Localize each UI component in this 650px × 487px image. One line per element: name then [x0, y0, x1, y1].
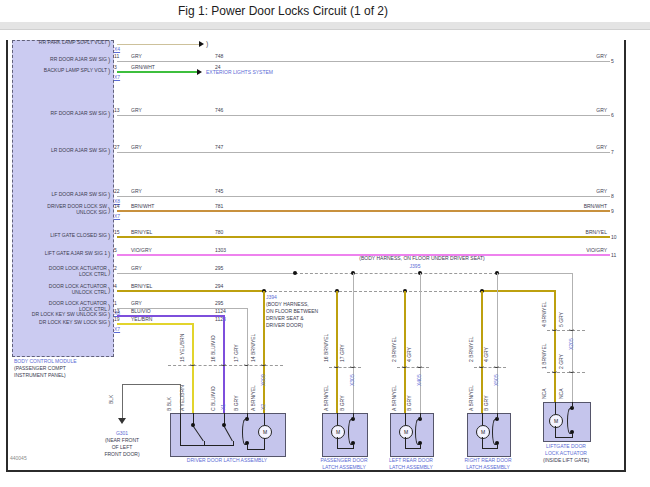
motor-symbol: M [476, 425, 490, 439]
wire-color-label: GRY [131, 53, 142, 59]
motor-symbol: M [549, 414, 563, 428]
circuit-number: 781 [215, 203, 223, 209]
pin-number: 5 [114, 247, 117, 253]
pin-bracket: ) [108, 232, 110, 239]
wire-id-vertical-label: NCA [558, 388, 564, 399]
pin-bracket: ) [108, 206, 110, 213]
harness-note: (BODY HARNESS, ON FLOOR UNDER DRIVER SEA… [332, 255, 512, 261]
wire-id-vertical-label: A BRN/YEL [250, 385, 256, 411]
bcm-pin-label: DOOR LOCK ACTUATORLOCK CTRL [12, 265, 107, 277]
component-box [322, 413, 368, 457]
bcm-pin-label-line: BACKUP LAMP SPLY VOLT [12, 67, 107, 73]
wire-color-label: VIO/GRY [131, 247, 152, 253]
wire-color-label: BRN/YEL [131, 283, 152, 289]
pin-bracket: ) [108, 39, 110, 46]
harness-id: J394 [266, 294, 277, 300]
pin-number: 22 [114, 188, 120, 194]
motor-symbol: M [331, 425, 345, 439]
bcm-connector-id: X4 [114, 46, 120, 52]
wire-h [117, 61, 610, 62]
connector-id-label: X2 [260, 404, 266, 410]
wire-v [337, 437, 338, 448]
switch-arc [492, 419, 498, 445]
component-label-line: DRIVER DOOR LATCH ASSEMBLY [167, 457, 287, 463]
page-ref-number: 6 [611, 112, 614, 118]
circuit-number: 780 [215, 229, 223, 235]
circuit-number: 1124 [215, 308, 226, 314]
pin-bracket: ) [108, 110, 110, 117]
bcm-pin-label-line: RR DOOR AJAR SW SIG [12, 56, 107, 62]
pin-number: 11 [114, 53, 119, 59]
connector-mark-icon [552, 369, 557, 373]
bcm-pin-label: BACKUP LAMP SPLY VOLT [12, 67, 107, 73]
wire-id-vertical-label: 15 YEL/BRN [179, 334, 185, 362]
connector-id-label: X505 [493, 374, 499, 386]
wiring-diagram-page: Fig 1: Power Door Locks Circuit (1 of 2)… [0, 0, 650, 487]
wire-id-vertical-label: 4 GRY [406, 347, 412, 362]
wire-color-label: GRY [131, 188, 142, 194]
wire-color-label: GRN/WHT [131, 64, 155, 70]
wire-v [247, 308, 248, 413]
wire-id-vertical-label: A BRN/YEL [468, 385, 474, 411]
wire-v [353, 273, 354, 413]
connector-id-label: X405 [416, 374, 422, 386]
wire-id-vertical-label: 17 GRY [233, 344, 239, 362]
system-ref-label: EXTERIOR LIGHTS SYSTEM [206, 69, 273, 75]
connector-mark-icon [479, 364, 484, 368]
connector-id-label: X305 [349, 374, 355, 386]
circuit-number: 747 [215, 144, 223, 150]
bcm-pin-label: LR DOOR AJAR SW SIG [12, 147, 107, 153]
ground-symbol-icon [118, 418, 126, 424]
wire-id-vertical-label: 2 GRY [558, 354, 564, 369]
connector-mark-icon [552, 327, 557, 331]
wire-id-vertical-label: 16 BLU/VIO [210, 335, 216, 362]
splice-dot [222, 423, 226, 427]
switch-arc [348, 419, 354, 445]
wire-v [554, 291, 556, 402]
switch-arc [242, 419, 248, 445]
component-sublabel: (INSIDE LIFT GATE) [506, 457, 626, 463]
arrowhead-icon [197, 69, 202, 75]
component-label-line: LIFTGATE DOOR [506, 443, 626, 449]
pin-number: 27 [114, 144, 120, 150]
wire-color-label: GRY [567, 53, 607, 59]
wire-color-label: BRN/WHT [131, 203, 154, 209]
wire-h [337, 448, 354, 449]
wire-id-vertical-label: BLK [108, 395, 114, 404]
wire-id-vertical-label: 4 BRN/YEL [541, 301, 547, 327]
connector-mark-icon [221, 362, 226, 366]
connector-mark-icon [244, 362, 249, 366]
arrowhead-icon [199, 41, 204, 47]
wire-v [264, 438, 265, 449]
motor-symbol: M [258, 425, 272, 439]
pin-bracket: ) [108, 147, 110, 154]
harness-note-line: DRIVER SEAT & [266, 315, 304, 321]
wire-v [263, 291, 265, 413]
bcm-pin-label-line: LIFT GATE AJAR SW SIG 1 [12, 250, 107, 256]
wire-h [555, 437, 573, 438]
ground-location-line: OF LEFT [97, 444, 147, 450]
wire-v [192, 324, 194, 413]
ground-location-line: FRONT DOOR) [97, 451, 147, 457]
pin-number: 3 [114, 64, 117, 70]
bcm-pin-label: RR PARK LAMP SUPLY VOLT [12, 39, 107, 45]
wire-color-label: GRY [567, 107, 607, 113]
pin-bracket: ) [108, 311, 110, 318]
bcm-pin-label-line: UNLOCK SIG [12, 209, 107, 215]
wire-v [555, 402, 556, 414]
bcm-pin-label: LIFT GATE AJAR SW SIG 1 [12, 250, 107, 256]
page-ref-number: 7 [611, 149, 614, 155]
pin-number: 4 [114, 283, 117, 289]
wire-v [482, 413, 483, 425]
bcm-pin-label-line: UNLOCK CTRL [12, 289, 107, 295]
circuit-number: 1303 [215, 247, 226, 253]
ground-id: G301 [107, 430, 137, 436]
bcm-connector-id: X7 [114, 326, 120, 332]
wire-id-vertical-label: A BRN/YEL [323, 385, 329, 411]
wire-v [353, 413, 354, 419]
bcm-pin-label: DR LOCK KEY SW LOCK SIG [12, 319, 107, 325]
wire-v [420, 273, 421, 413]
circuit-number: 745 [215, 188, 223, 194]
wire-id-vertical-label: 2 BRN/YEL [468, 336, 474, 362]
pin-number: 15 [114, 229, 120, 235]
